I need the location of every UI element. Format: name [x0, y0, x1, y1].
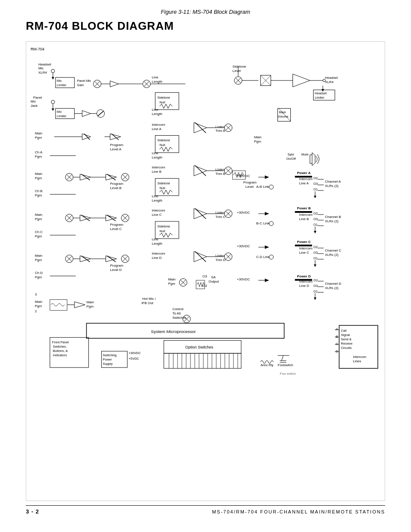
svg-text:Limiter: Limiter — [57, 83, 67, 87]
block-diagram-svg: RM-704 Headset Mic XLR4 Mic Limiter Pane… — [26, 42, 385, 394]
svg-text:D: D — [336, 349, 338, 353]
svg-text:Sidetone: Sidetone — [157, 96, 170, 100]
svg-text:Main: Main — [254, 135, 262, 139]
svg-text:Line B: Line B — [152, 170, 162, 174]
svg-text:Length: Length — [152, 199, 162, 202]
svg-text:Power D: Power D — [297, 274, 311, 278]
svg-text:Foo snitch: Foo snitch — [280, 372, 296, 376]
svg-text:Headset: Headset — [314, 91, 327, 95]
svg-text:C-D Link: C-D Link — [256, 255, 270, 259]
svg-text:O2: O2 — [202, 284, 207, 288]
svg-text:O2: O2 — [313, 212, 318, 215]
svg-text:Pgm: Pgm — [87, 305, 94, 308]
svg-text:Lines: Lines — [353, 359, 361, 363]
svg-text:Power A: Power A — [297, 171, 311, 175]
svg-text:O2: O2 — [313, 278, 318, 282]
svg-text:Volume: Volume — [278, 115, 289, 118]
svg-text:Mic: Mic — [31, 100, 36, 103]
svg-text:Listen: Listen — [215, 168, 224, 171]
svg-text:O1: O1 — [313, 187, 318, 191]
svg-text:Jack: Jack — [31, 104, 37, 108]
svg-text:Main: Main — [35, 131, 42, 135]
svg-text:Pgm: Pgm — [35, 217, 42, 221]
svg-text:Trim B: Trim B — [215, 172, 225, 176]
figure-caption: Figure 3-11: MS-704 Block Diagram — [26, 9, 385, 15]
svg-text:Main: Main — [168, 277, 175, 281]
svg-text:O2: O2 — [313, 176, 318, 180]
svg-text:B-C Link: B-C Link — [256, 221, 270, 225]
svg-text:Level B: Level B — [110, 186, 122, 190]
svg-text:Sidetone: Sidetone — [233, 65, 246, 68]
svg-text:XLRs (2): XLRs (2) — [325, 253, 339, 257]
svg-text:A: A — [336, 327, 338, 331]
svg-text:Limiter: Limiter — [314, 96, 324, 100]
svg-text:Pgm: Pgm — [35, 234, 42, 238]
svg-text:A-B Link: A-B Link — [256, 185, 269, 189]
svg-text:+5VDC: +5VDC — [128, 357, 139, 361]
svg-text:+30VDC: +30VDC — [237, 244, 250, 248]
svg-text:Length: Length — [152, 112, 162, 116]
svg-text:Pgm: Pgm — [35, 155, 42, 159]
svg-text:System Microprocessor: System Microprocessor — [151, 329, 196, 334]
svg-text:Pgm: Pgm — [168, 282, 175, 286]
svg-text:Mic: Mic — [57, 110, 62, 114]
page-number: 3 - 2 — [26, 508, 39, 515]
svg-text:Main: Main — [35, 254, 42, 258]
svg-text:Pgm: Pgm — [35, 176, 42, 180]
svg-text:Intercom: Intercom — [152, 165, 165, 169]
svg-text:Line B: Line B — [299, 217, 309, 221]
svg-text:Length: Length — [152, 156, 162, 159]
svg-text:Line: Line — [152, 108, 159, 112]
svg-text:Intercom: Intercom — [152, 252, 165, 255]
svg-text:Panel Mic: Panel Mic — [77, 79, 91, 83]
svg-text:Intercom: Intercom — [299, 246, 312, 250]
svg-text:C: C — [336, 342, 338, 346]
svg-text:Ch C: Ch C — [35, 230, 43, 234]
svg-text:Line A: Line A — [299, 181, 309, 185]
svg-text:Main: Main — [35, 172, 42, 176]
svg-text:Null: Null — [159, 143, 165, 147]
svg-text:Line: Line — [152, 237, 159, 241]
svg-text:Supply: Supply — [103, 362, 113, 366]
svg-text:Level: Level — [246, 185, 254, 189]
svg-text:O3: O3 — [313, 251, 318, 255]
svg-text:Null: Null — [159, 229, 165, 233]
svg-text:Listen: Listen — [215, 211, 224, 215]
svg-text:2: 2 — [35, 309, 37, 313]
svg-text:Control: Control — [172, 307, 184, 311]
svg-text:Mic: Mic — [57, 79, 62, 83]
svg-text:Trim D: Trim D — [215, 258, 226, 262]
svg-text:XLRs (2): XLRs (2) — [325, 184, 339, 188]
svg-text:Intercom: Intercom — [299, 177, 312, 181]
svg-text:Null: Null — [159, 100, 165, 104]
svg-text:Panel: Panel — [33, 96, 42, 100]
svg-text:On/Off: On/Off — [286, 157, 296, 161]
svg-text:Power: Power — [103, 358, 112, 361]
svg-text:Pgm: Pgm — [35, 275, 42, 279]
svg-text:Circuits: Circuits — [341, 346, 352, 350]
svg-text:Pgm: Pgm — [35, 304, 42, 308]
svg-text:Pgm: Pgm — [254, 140, 262, 143]
svg-text:Indicators: Indicators — [53, 353, 67, 357]
svg-text:Level D: Level D — [110, 268, 122, 272]
svg-text:Level: Level — [233, 69, 241, 73]
svg-text:Receive: Receive — [341, 342, 352, 345]
svg-text:O3: O3 — [313, 217, 318, 221]
svg-text:O1: O1 — [313, 289, 318, 293]
svg-text:Main: Main — [35, 300, 42, 304]
svg-text:O3: O3 — [313, 284, 318, 288]
svg-text:Intercom: Intercom — [152, 123, 165, 127]
svg-text:Main: Main — [279, 110, 286, 114]
svg-text:Line: Line — [152, 194, 159, 198]
svg-text:Line: Line — [152, 75, 159, 79]
svg-text:O1: O1 — [313, 223, 318, 227]
svg-text:Headset: Headset — [38, 62, 51, 66]
svg-text:Switches,: Switches, — [53, 345, 67, 348]
svg-text:Switching: Switching — [103, 353, 117, 357]
svg-text:Sidetone: Sidetone — [157, 138, 170, 142]
svg-text:Line D: Line D — [152, 256, 162, 260]
footer-title: MS-704/RM-704 FOUR-CHANNEL MAIN/REMOTE S… — [212, 509, 385, 514]
svg-text:To All: To All — [172, 311, 181, 315]
svg-text:Spkr: Spkr — [288, 152, 295, 156]
svg-text:Hot Mic /: Hot Mic / — [142, 297, 156, 301]
